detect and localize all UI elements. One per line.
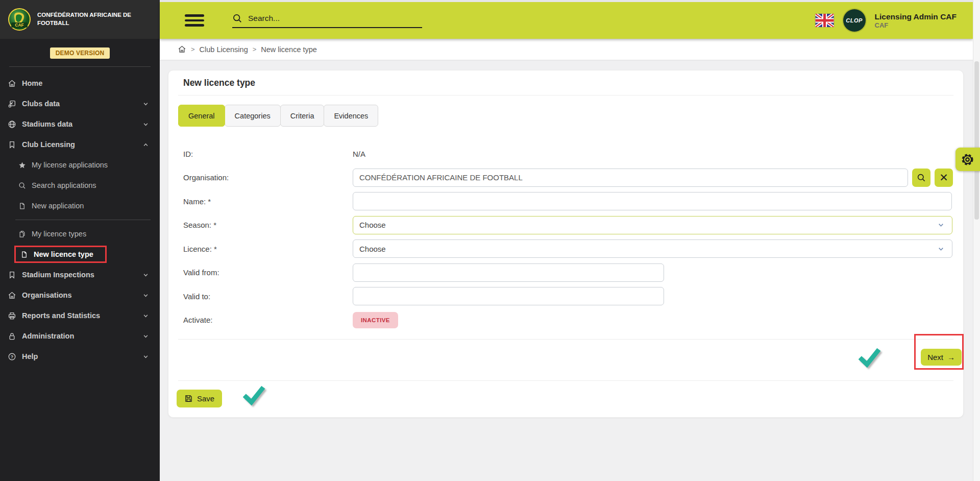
sidebar-item-reports-statistics[interactable]: Reports and Statistics — [0, 305, 160, 326]
chevron-down-icon — [142, 353, 150, 360]
global-search — [232, 13, 422, 28]
chevron-down-icon — [142, 292, 150, 299]
printer-icon — [8, 311, 16, 320]
annotation-checkmark — [859, 348, 881, 370]
breadcrumb: > Club Licensing > New licence type — [160, 39, 973, 60]
breadcrumb-separator: > — [253, 45, 257, 53]
form-row-organisation: Organisation: ✕ — [178, 166, 953, 190]
sidebar-item-home[interactable]: Home — [0, 73, 160, 93]
bookmark-icon — [8, 271, 16, 279]
scrollbar-thumb[interactable] — [974, 61, 979, 220]
chevron-down-icon — [142, 100, 150, 108]
sidebar-item-my-license-applications[interactable]: My license applications — [0, 155, 160, 175]
name-label: Name: * — [183, 197, 353, 206]
breadcrumb-separator: > — [191, 45, 195, 53]
form-row-licence: Licence: * Choose — [178, 237, 953, 261]
sidebar-item-stadium-inspections[interactable]: Stadium Inspections — [0, 264, 160, 285]
globe-icon — [8, 120, 16, 129]
next-button-label: Next — [927, 353, 943, 362]
valid-from-label: Valid from: — [183, 268, 353, 277]
organisation-field[interactable] — [353, 169, 908, 187]
demo-section: DEMO VERSION — [9, 39, 151, 67]
copy-icon — [18, 230, 26, 238]
name-field[interactable] — [353, 192, 952, 210]
sidebar-header: CAF CONFÉDÉRATION AFRICAINE DE FOOTBALL — [0, 0, 160, 39]
sidebar-item-clubs-data[interactable]: Clubs data — [0, 93, 160, 114]
form-row-name: Name: * — [178, 189, 953, 213]
lock-icon — [8, 332, 16, 341]
chevron-down-icon — [142, 271, 150, 279]
sidebar-item-organisations[interactable]: Organisations — [0, 285, 160, 305]
sidebar-item-label: Organisations — [22, 291, 72, 299]
sidebar-item-help[interactable]: Help — [0, 346, 160, 367]
sidebar-divider — [15, 220, 151, 220]
tab-general[interactable]: General — [178, 105, 225, 127]
sidebar-item-label: Home — [22, 79, 42, 87]
sidebar-org-name: CONFÉDÉRATION AFRICAINE DE FOOTBALL — [37, 11, 139, 27]
bookmark-icon — [8, 140, 16, 149]
annotation-checkmark — [243, 386, 265, 408]
valid-to-field[interactable] — [353, 287, 664, 305]
search-icon — [232, 13, 242, 23]
sidebar-item-club-licensing[interactable]: Club Licensing — [0, 134, 160, 155]
form-row-valid-to: Valid to: — [178, 284, 953, 308]
season-select[interactable]: Choose — [353, 216, 952, 234]
user-info[interactable]: Licensing Admin CAF CAF — [875, 12, 957, 29]
search-icon — [18, 182, 26, 189]
sidebar-item-label: Clubs data — [22, 100, 60, 108]
uk-flag-icon[interactable] — [815, 14, 834, 27]
sidebar-item-label: Administration — [22, 332, 74, 340]
sidebar-item-label: My license applications — [32, 161, 108, 169]
sidebar-item-administration[interactable]: Administration — [0, 326, 160, 346]
breadcrumb-club-licensing[interactable]: Club Licensing — [200, 45, 248, 54]
next-button[interactable]: Next → — [921, 349, 962, 366]
tab-categories[interactable]: Categories — [225, 105, 281, 127]
search-icon — [917, 173, 926, 182]
sidebar-item-label: Stadium Inspections — [22, 271, 94, 279]
valid-from-field[interactable] — [353, 263, 664, 282]
file-icon — [20, 251, 28, 258]
settings-gear-button[interactable] — [955, 148, 980, 171]
divider — [178, 380, 953, 381]
season-label: Season: * — [183, 221, 353, 229]
chevron-down-icon — [142, 312, 150, 320]
activate-status-badge[interactable]: INACTIVE — [353, 312, 398, 328]
tab-bar: General Categories Criteria Evidences — [178, 105, 953, 127]
tab-criteria[interactable]: Criteria — [280, 105, 325, 127]
sidebar-item-my-licence-types[interactable]: My licence types — [0, 224, 160, 244]
home-icon[interactable] — [178, 45, 186, 54]
organisation-clear-button[interactable]: ✕ — [935, 169, 953, 187]
sidebar-item-label: Help — [22, 352, 38, 360]
close-icon: ✕ — [939, 172, 948, 183]
chevron-up-icon — [142, 141, 150, 149]
sidebar-item-label: Stadiums data — [22, 120, 72, 128]
id-value: N/A — [353, 150, 365, 158]
sidebar: CAF CONFÉDÉRATION AFRICAINE DE FOOTBALL … — [0, 0, 160, 481]
sidebar-item-label: My licence types — [32, 230, 86, 238]
form-row-id: ID: N/A — [178, 142, 953, 166]
search-input[interactable] — [248, 14, 401, 23]
caf-logo: CAF — [8, 8, 31, 31]
tab-evidences[interactable]: Evidences — [324, 105, 378, 127]
organisation-search-button[interactable] — [912, 169, 930, 187]
sidebar-item-new-licence-type[interactable]: New licence type — [14, 246, 107, 263]
user-avatar[interactable]: CLOP — [843, 9, 866, 32]
sidebar-item-stadiums-data[interactable]: Stadiums data — [0, 114, 160, 134]
sidebar-item-new-application[interactable]: New application — [0, 196, 160, 216]
chevron-down-icon — [142, 332, 150, 340]
save-button[interactable]: Save — [177, 390, 222, 407]
licence-select[interactable]: Choose — [353, 239, 952, 258]
demo-version-badge: DEMO VERSION — [50, 47, 110, 59]
sidebar-item-search-applications[interactable]: Search applications — [0, 175, 160, 196]
chevron-down-icon — [937, 221, 945, 229]
home-icon — [8, 79, 16, 88]
general-form: ID: N/A Organisation: ✕ Name: * Season: … — [178, 142, 953, 332]
svg-text:CAF: CAF — [15, 22, 23, 28]
valid-to-label: Valid to: — [183, 292, 353, 301]
chevron-down-icon — [142, 121, 150, 128]
scrollbar-track[interactable] — [973, 0, 980, 481]
page-title: New licence type — [178, 70, 953, 95]
question-circle-icon — [8, 352, 16, 361]
hamburger-menu-button[interactable] — [185, 12, 204, 29]
clubs-data-icon — [8, 100, 16, 108]
